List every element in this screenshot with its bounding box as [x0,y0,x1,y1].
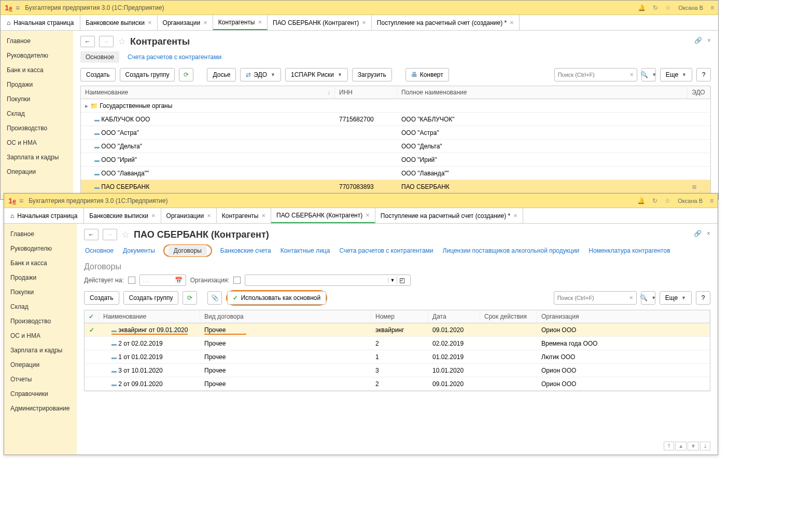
col-name[interactable]: Наименование [85,89,128,96]
table-row[interactable]: ▸📁 Государственные органы [81,99,710,113]
subtab-main[interactable]: Основное [80,51,119,63]
main-window-1: 1e ≡ Бухгалтерия предприятия 3.0 (1С:Пре… [0,0,719,200]
refresh-icon: ⟳ [184,71,189,78]
table-row[interactable]: ▬ КАБЛУЧОК ООО7715682700ООО "КАБЛУЧОК" [81,113,710,126]
col-fullname[interactable]: Полное наименование [397,86,688,99]
create-button[interactable]: Создать [80,68,116,81]
star-icon[interactable]: ☆ [665,197,670,200]
dossier-button[interactable]: Досье [207,68,236,81]
history-icon[interactable]: ↻ [652,197,657,200]
refresh-button[interactable]: ⟳ [179,68,193,81]
tab-bank-statements[interactable]: Банковские выписки× [80,15,157,30]
table-row[interactable]: ▬ ООО "Астра"ООО "Астра" [81,126,710,140]
subtab-accounts[interactable]: Счета расчетов с контрагентами [127,51,222,63]
envelope-button[interactable]: 🖶Конверт [405,68,449,81]
settings-icon[interactable]: ≡ [710,4,714,11]
close-icon[interactable]: × [362,19,366,26]
search-button[interactable]: 🔍▼ [641,68,656,81]
bell-icon[interactable]: 🔔 [638,4,646,11]
chevron-down-icon: ▼ [682,72,687,77]
table-row[interactable]: ▬ ООО "Лаванда""ООО "Лаванда"" [81,167,710,180]
sidebar-item-main[interactable]: Главное [1,34,73,48]
sidebar-item-purchases[interactable]: Покупки [1,92,73,106]
counterparties-table: Наименование↓ ИНН Полное наименование ЭД… [80,86,711,194]
link-icon[interactable]: 🔗 [694,37,702,44]
close-icon[interactable]: × [148,19,152,26]
sidebar-item-operations[interactable]: Операции [1,165,73,179]
title-bar: 1e ≡ Бухгалтерия предприятия 3.0 (1С:Пре… [1,1,718,15]
chevron-down-icon: ▼ [271,72,275,77]
close-icon[interactable]: × [203,19,207,26]
forward-button[interactable]: → [99,36,114,47]
col-edo[interactable]: ЭДО [688,86,710,99]
tab-home[interactable]: ⌂Начальная страница [1,15,80,30]
table-row[interactable]: ▬ ООО "Дельта"ООО "Дельта" [81,140,710,153]
load-button[interactable]: Загрузить [352,68,392,81]
favorite-icon[interactable]: ☆ [118,36,126,47]
tab-receipt[interactable]: Поступление на расчетный счет (создание)… [372,15,520,30]
menu-icon[interactable]: ≡ [16,4,20,12]
tab-counterparties[interactable]: Контрагенты× [213,15,268,30]
content-area: 🔗 × ← → ☆ Контрагенты Основное Счета рас… [73,31,718,199]
settings-icon[interactable]: ≡ [710,197,713,200]
sidebar-item-assets[interactable]: ОС и НМА [1,135,73,150]
edo-icon: ⇄ [246,71,251,78]
sidebar-item-sales[interactable]: Продажи [1,77,73,92]
history-icon[interactable]: ↻ [653,4,658,11]
app-title: Бухгалтерия предприятия 3.0 (1С:Предприя… [25,4,638,11]
edo-button[interactable]: ⇄ЭДО▼ [240,68,281,81]
user-name[interactable]: Оксана В [678,5,703,11]
home-icon: ⌂ [7,19,10,26]
page-title: Контрагенты [130,36,190,47]
sidebar-item-bank[interactable]: Банк и касса [1,63,73,77]
back-button[interactable]: ← [80,36,95,47]
user-name[interactable]: Оксана В [678,198,703,200]
sidebar-item-salary[interactable]: Зарплата и кадры [1,150,73,165]
col-inn[interactable]: ИНН [335,86,397,99]
tab-sberbank[interactable]: ПАО СБЕРБАНК (Контрагент)× [268,15,372,30]
search-input[interactable]: × [554,68,637,81]
chevron-down-icon: ▼ [338,72,342,77]
sidebar-item-production[interactable]: Производство [1,121,73,135]
tab-bar: ⌂Начальная страница Банковские выписки× … [1,15,718,31]
logo-1c: 1e [5,3,12,12]
close-icon[interactable]: × [510,19,514,26]
main-window-2: 1e ≡ Бухгалтерия предприятия 3.0 (1С:Пре… [4,193,718,200]
close-icon[interactable]: × [258,18,262,26]
tab-organizations[interactable]: Организации× [158,15,213,30]
bell-icon[interactable]: 🔔 [637,197,645,200]
table-row[interactable]: ▬ ПАО СБЕРБАНК7707083893ПАО СБЕРБАНК≣ [81,180,710,194]
close-icon[interactable]: × [707,37,711,44]
more-button[interactable]: Еще▼ [660,68,692,81]
title-bar: 1e ≡ Бухгалтерия предприятия 3.0 (1С:Пре… [4,194,718,200]
table-row[interactable]: ▬ ООО "Ирий"ООО "Ирий" [81,153,710,167]
clear-icon[interactable]: × [630,71,634,78]
sidebar-item-warehouse[interactable]: Склад [1,106,73,121]
star-icon[interactable]: ☆ [665,4,671,11]
app-title: Бухгалтерия предприятия 3.0 (1С:Предприя… [29,197,637,200]
spark-button[interactable]: 1СПАРК Риски▼ [285,68,348,81]
create-group-button[interactable]: Создать группу [120,68,175,81]
menu-icon[interactable]: ≡ [19,197,23,200]
help-button[interactable]: ? [696,68,711,81]
print-icon: 🖶 [411,71,417,78]
sidebar: Главное Руководителю Банк и касса Продаж… [1,31,73,199]
logo-1c: 1e [8,196,16,200]
sidebar-item-manager[interactable]: Руководителю [1,48,73,63]
